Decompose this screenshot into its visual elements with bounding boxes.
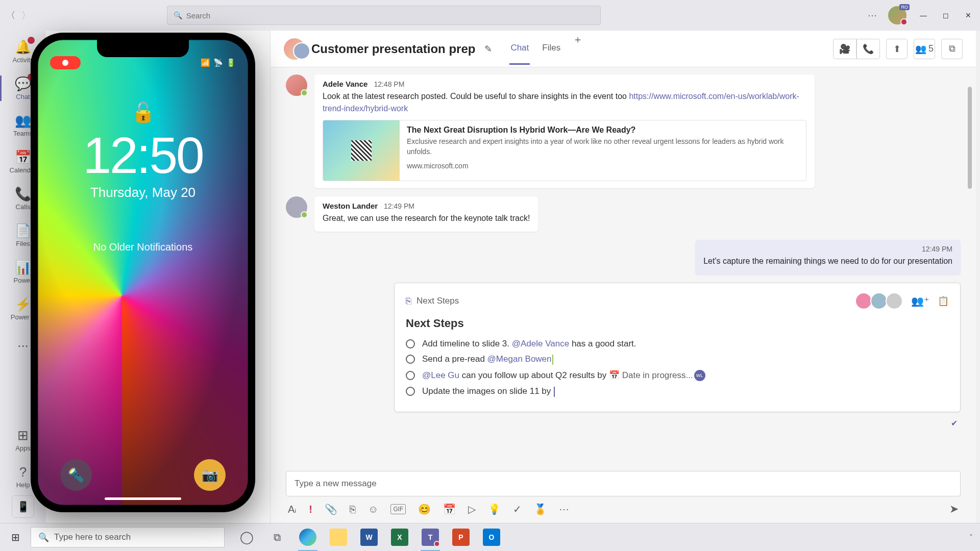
system-tray[interactable]: ˄ xyxy=(969,533,980,541)
attach-icon[interactable]: 📎 xyxy=(325,503,337,515)
status-icons: 📶📡🔋 xyxy=(201,58,236,67)
back-arrow-icon[interactable]: 〈 xyxy=(6,9,15,21)
chat-title: Customer presentation prep xyxy=(311,42,475,56)
loop-collaborators: 👥⁺ 📋 xyxy=(855,292,949,310)
loop-title[interactable]: Next Steps xyxy=(406,317,949,330)
tb-teams[interactable]: T xyxy=(415,523,445,552)
presence-chip: WL xyxy=(694,370,705,381)
task-checkbox[interactable] xyxy=(406,355,415,364)
avatar[interactable] xyxy=(286,196,307,218)
task-checkbox[interactable] xyxy=(406,387,415,396)
task-row[interactable]: @Lee Gu can you follow up about Q2 resul… xyxy=(406,367,949,384)
presence-available-icon xyxy=(301,89,308,96)
caret-icon xyxy=(552,355,553,365)
link-preview-card[interactable]: The Next Great Disruption Is Hybrid Work… xyxy=(323,120,806,181)
add-tab-icon[interactable]: ＋ xyxy=(573,33,583,65)
tb-cortana[interactable]: ◯ xyxy=(232,523,261,552)
stream-icon[interactable]: ▷ xyxy=(468,503,476,515)
search-box[interactable]: 🔍 xyxy=(167,6,601,25)
loop-wrap: ⎘ Next Steps 👥⁺ 📋 Next Steps Add timelin… xyxy=(286,283,961,412)
presence-available-icon xyxy=(301,211,308,218)
task-row[interactable]: Update the images on slide 11 by xyxy=(406,384,949,399)
participants-button[interactable]: 👥5 xyxy=(914,39,935,59)
notch xyxy=(97,40,189,57)
emoji-icon[interactable]: ☺ xyxy=(368,504,378,515)
gif-icon[interactable]: GIF xyxy=(390,504,406,514)
minimize-button[interactable]: — xyxy=(918,10,929,21)
loop-component[interactable]: ⎘ Next Steps 👥⁺ 📋 Next Steps Add timelin… xyxy=(394,283,961,412)
popout-button[interactable]: ⧉ xyxy=(941,39,963,59)
messages-list[interactable]: Adele Vance 12:48 PM Look at the latest … xyxy=(271,67,976,466)
collaborator-avatar[interactable] xyxy=(886,292,903,310)
viva-icon[interactable]: 💡 xyxy=(488,503,501,515)
mention[interactable]: @Lee Gu xyxy=(422,370,459,380)
close-button[interactable]: ✕ xyxy=(963,10,974,21)
copy-component-icon[interactable]: 📋 xyxy=(938,295,949,307)
priority-icon[interactable]: ! xyxy=(309,504,312,515)
sticker-icon[interactable]: 😊 xyxy=(418,503,431,515)
collaborator-avatar[interactable] xyxy=(855,292,872,310)
compose-placeholder: Type a new message xyxy=(295,479,377,489)
tb-powerpoint[interactable]: P xyxy=(446,523,476,552)
teams-icon: T xyxy=(422,529,439,546)
phone-screen[interactable]: 📶📡🔋 🔓 12:50 Thursday, May 20 No Older No… xyxy=(38,40,248,505)
date-picker[interactable]: 📅 Date in progress... xyxy=(609,370,693,380)
message-time: 12:48 PM xyxy=(374,80,404,88)
tab-chat[interactable]: Chat xyxy=(509,33,530,65)
task-text: Update the images on slide 11 by xyxy=(422,386,553,396)
tray-chevron-icon[interactable]: ˄ xyxy=(969,533,973,541)
start-button[interactable]: ⊞ xyxy=(0,523,31,551)
compose-input[interactable]: Type a new message xyxy=(286,471,961,496)
header-actions: 🎥 📞 ⬆ 👥5 ⧉ xyxy=(833,39,963,59)
format-icon[interactable]: Aᵢ xyxy=(288,503,297,515)
recording-pill[interactable] xyxy=(50,56,81,69)
schedule-icon[interactable]: 📅 xyxy=(443,503,456,515)
unlock-icon: 🔓 xyxy=(131,101,155,123)
share-screen-button[interactable]: ⬆ xyxy=(886,39,908,59)
teams-icon: 👥 xyxy=(15,113,31,129)
tb-outlook[interactable]: O xyxy=(477,523,506,552)
mention[interactable]: @Adele Vance xyxy=(512,339,569,348)
badge-icon xyxy=(434,541,440,547)
pencil-icon[interactable]: ✎ xyxy=(484,43,492,55)
more-actions-icon[interactable]: ⋯ xyxy=(559,503,569,515)
collaborator-avatar[interactable] xyxy=(870,292,888,310)
tb-edge[interactable] xyxy=(293,523,323,552)
tab-files[interactable]: Files xyxy=(541,33,561,65)
loop-insert-icon[interactable]: ⎘ xyxy=(350,504,356,515)
badge-icon xyxy=(28,37,35,44)
forward-arrow-icon[interactable]: 〉 xyxy=(21,9,31,21)
tb-explorer[interactable] xyxy=(324,523,353,552)
approvals-icon[interactable]: ✓ xyxy=(513,503,522,515)
praise-icon[interactable]: 🏅 xyxy=(534,503,547,515)
scrollbar-thumb[interactable] xyxy=(968,87,972,189)
rail-mobile[interactable]: 📱 xyxy=(12,495,34,518)
add-people-icon[interactable]: 👥⁺ xyxy=(911,295,929,307)
task-row[interactable]: Add timeline to slide 3. @Adele Vance ha… xyxy=(406,336,949,352)
video-call-button[interactable]: 🎥 xyxy=(833,39,856,59)
message-text: Let's capture the remaining things we ne… xyxy=(703,255,952,267)
mention[interactable]: @Megan Bowen xyxy=(487,354,552,364)
user-avatar[interactable] xyxy=(888,6,906,24)
tb-excel[interactable]: X xyxy=(385,523,414,552)
send-button[interactable]: ➤ xyxy=(949,503,959,516)
rail-label: Teams xyxy=(13,130,33,137)
task-row[interactable]: Send a pre-read @Megan Bowen xyxy=(406,352,949,367)
people-icon: 👥 xyxy=(915,43,926,55)
loop-tab-name[interactable]: Next Steps xyxy=(416,296,459,306)
message-author: Weston Lander xyxy=(323,202,378,210)
search-input[interactable] xyxy=(186,11,594,20)
audio-call-button[interactable]: 📞 xyxy=(856,39,880,59)
task-checkbox[interactable] xyxy=(406,371,415,380)
avatar[interactable] xyxy=(286,74,307,96)
taskbar-search[interactable]: 🔍 Type here to search xyxy=(31,527,225,547)
settings-ellipsis-icon[interactable]: ⋯ xyxy=(868,10,877,21)
maximize-button[interactable]: ◻ xyxy=(940,10,951,21)
tb-taskview[interactable]: ⧉ xyxy=(262,523,292,552)
task-checkbox[interactable] xyxy=(406,339,415,348)
message-row-self: 12:49 PM Let's capture the remaining thi… xyxy=(286,240,961,274)
tb-word[interactable]: W xyxy=(354,523,384,552)
loop-header: ⎘ Next Steps 👥⁺ 📋 xyxy=(406,292,949,310)
power-icon: 📊 xyxy=(15,260,31,276)
link-body: The Next Great Disruption Is Hybrid Work… xyxy=(400,120,806,181)
